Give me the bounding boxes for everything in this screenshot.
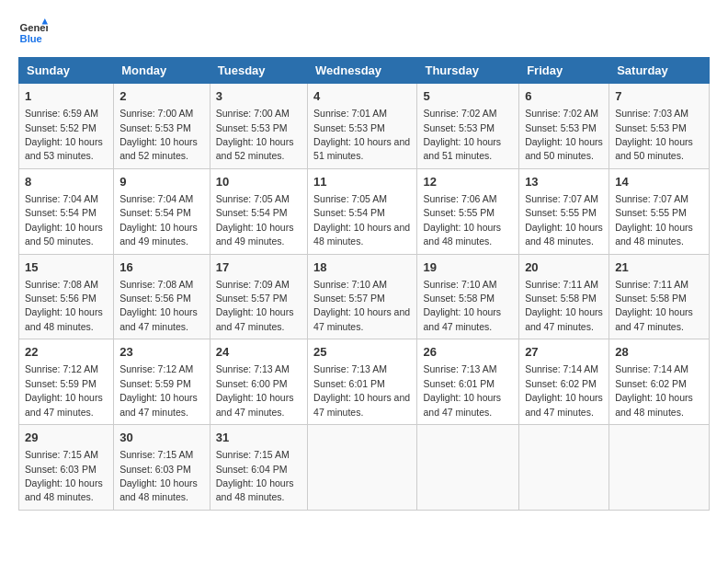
day-sunrise: Sunrise: 7:12 AM [25,363,98,374]
day-sunrise: Sunrise: 7:15 AM [216,449,290,460]
day-daylight: Daylight: 10 hours and 48 minutes. [25,306,103,331]
logo-icon: General Blue [18,18,48,48]
day-daylight: Daylight: 10 hours and 49 minutes. [119,222,198,247]
day-number: 20 [525,259,603,276]
day-daylight: Daylight: 10 hours and 48 minutes. [25,477,103,502]
calendar-cell: 26 Sunrise: 7:13 AM Sunset: 6:01 PM Dayl… [417,339,519,425]
day-sunset: Sunset: 5:55 PM [525,207,597,218]
column-header-friday: Friday [519,58,609,84]
header: General Blue [18,18,710,48]
calendar-cell: 24 Sunrise: 7:13 AM Sunset: 6:00 PM Dayl… [210,339,307,425]
day-daylight: Daylight: 10 hours and 48 minutes. [313,222,410,247]
calendar-cell: 20 Sunrise: 7:11 AM Sunset: 5:58 PM Dayl… [519,254,609,339]
calendar-cell: 7 Sunrise: 7:03 AM Sunset: 5:53 PM Dayli… [609,84,710,169]
day-sunrise: Sunrise: 7:09 AM [216,279,290,290]
day-daylight: Daylight: 10 hours and 52 minutes. [216,136,294,161]
day-sunset: Sunset: 6:04 PM [216,464,288,475]
day-daylight: Daylight: 10 hours and 47 minutes. [216,306,294,331]
day-sunrise: Sunrise: 7:02 AM [423,108,496,119]
day-sunset: Sunset: 6:03 PM [25,464,97,475]
calendar-cell: 17 Sunrise: 7:09 AM Sunset: 5:57 PM Dayl… [210,254,307,339]
day-sunset: Sunset: 5:55 PM [615,207,687,218]
day-daylight: Daylight: 10 hours and 47 minutes. [313,306,410,331]
day-daylight: Daylight: 10 hours and 49 minutes. [216,222,294,247]
day-sunset: Sunset: 5:54 PM [313,207,385,218]
day-sunset: Sunset: 5:54 PM [25,207,97,218]
day-sunset: Sunset: 5:59 PM [119,378,191,389]
day-sunset: Sunset: 5:57 PM [313,293,385,304]
day-number: 27 [525,344,603,361]
day-number: 11 [313,174,411,190]
day-daylight: Daylight: 10 hours and 47 minutes. [525,306,603,331]
column-header-saturday: Saturday [609,58,710,84]
day-sunset: Sunset: 5:54 PM [119,207,191,218]
day-sunrise: Sunrise: 7:11 AM [615,279,688,290]
day-sunrise: Sunrise: 7:00 AM [216,108,290,119]
day-sunrise: Sunrise: 7:05 AM [216,193,290,204]
calendar-cell: 29 Sunrise: 7:15 AM Sunset: 6:03 PM Dayl… [19,425,114,511]
calendar-cell: 30 Sunrise: 7:15 AM Sunset: 6:03 PM Dayl… [114,425,210,511]
day-number: 3 [216,88,301,105]
day-number: 1 [25,88,108,105]
day-number: 12 [423,174,513,190]
day-number: 8 [25,174,108,190]
day-number: 28 [615,344,703,361]
day-sunset: Sunset: 5:53 PM [423,122,495,133]
day-sunrise: Sunrise: 6:59 AM [25,108,98,119]
column-header-wednesday: Wednesday [308,58,417,84]
day-daylight: Daylight: 10 hours and 47 minutes. [313,392,410,417]
day-sunrise: Sunrise: 7:13 AM [423,363,496,374]
calendar-cell: 23 Sunrise: 7:12 AM Sunset: 5:59 PM Dayl… [114,339,210,425]
calendar-cell: 8 Sunrise: 7:04 AM Sunset: 5:54 PM Dayli… [19,168,114,254]
day-sunset: Sunset: 5:57 PM [216,293,288,304]
calendar-cell: 15 Sunrise: 7:08 AM Sunset: 5:56 PM Dayl… [19,254,114,339]
day-sunset: Sunset: 5:53 PM [615,122,687,133]
day-sunset: Sunset: 6:01 PM [313,378,385,389]
day-sunset: Sunset: 6:02 PM [615,378,687,389]
day-number: 16 [119,259,204,276]
calendar-cell: 21 Sunrise: 7:11 AM Sunset: 5:58 PM Dayl… [609,254,710,339]
week-row-5: 29 Sunrise: 7:15 AM Sunset: 6:03 PM Dayl… [19,425,710,511]
day-daylight: Daylight: 10 hours and 52 minutes. [119,136,198,161]
day-number: 4 [313,88,411,105]
day-sunrise: Sunrise: 7:10 AM [423,279,496,290]
day-sunset: Sunset: 6:03 PM [119,464,191,475]
day-daylight: Daylight: 10 hours and 47 minutes. [423,306,501,331]
day-sunset: Sunset: 6:02 PM [525,378,597,389]
day-number: 17 [216,259,301,276]
calendar-cell: 18 Sunrise: 7:10 AM Sunset: 5:57 PM Dayl… [308,254,417,339]
day-sunset: Sunset: 5:58 PM [525,293,597,304]
day-daylight: Daylight: 10 hours and 48 minutes. [423,222,501,247]
day-sunrise: Sunrise: 7:10 AM [313,279,387,290]
calendar-cell: 2 Sunrise: 7:00 AM Sunset: 5:53 PM Dayli… [114,84,210,169]
day-sunrise: Sunrise: 7:07 AM [615,193,688,204]
week-row-1: 1 Sunrise: 6:59 AM Sunset: 5:52 PM Dayli… [19,84,710,169]
column-header-sunday: Sunday [19,58,114,84]
calendar-cell [308,425,417,511]
day-number: 14 [615,174,703,190]
day-number: 31 [216,430,301,446]
calendar-cell [609,425,710,511]
day-number: 22 [25,344,108,361]
day-sunrise: Sunrise: 7:06 AM [423,193,496,204]
day-sunset: Sunset: 5:52 PM [25,122,97,133]
calendar-cell: 3 Sunrise: 7:00 AM Sunset: 5:53 PM Dayli… [210,84,307,169]
day-daylight: Daylight: 10 hours and 47 minutes. [119,392,198,417]
day-daylight: Daylight: 10 hours and 50 minutes. [25,222,103,247]
day-number: 23 [119,344,204,361]
day-sunrise: Sunrise: 7:05 AM [313,193,387,204]
logo: General Blue [18,18,48,48]
day-sunrise: Sunrise: 7:14 AM [525,363,598,374]
day-sunrise: Sunrise: 7:01 AM [313,108,387,119]
day-daylight: Daylight: 10 hours and 47 minutes. [216,392,294,417]
day-sunset: Sunset: 5:58 PM [423,293,495,304]
calendar-cell: 12 Sunrise: 7:06 AM Sunset: 5:55 PM Dayl… [417,168,519,254]
day-daylight: Daylight: 10 hours and 50 minutes. [525,136,603,161]
day-sunrise: Sunrise: 7:14 AM [615,363,688,374]
day-number: 19 [423,259,513,276]
day-sunrise: Sunrise: 7:00 AM [119,108,193,119]
day-daylight: Daylight: 10 hours and 48 minutes. [615,222,693,247]
day-number: 2 [119,88,204,105]
day-number: 15 [25,259,108,276]
day-number: 10 [216,174,301,190]
